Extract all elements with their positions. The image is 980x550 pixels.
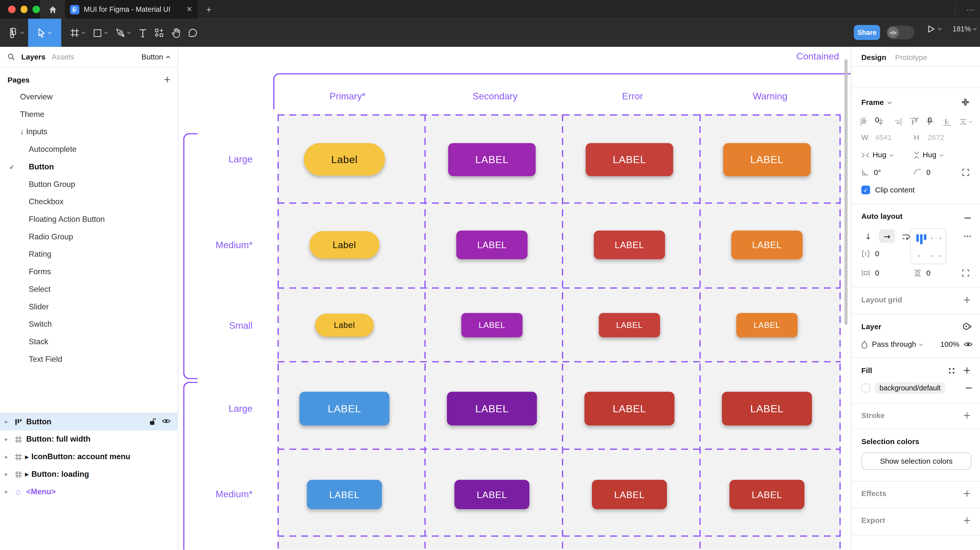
width-field[interactable]: W4541 xyxy=(861,133,892,142)
add-stroke-icon[interactable] xyxy=(963,412,971,419)
blend-mode-dropdown[interactable]: Pass through xyxy=(872,340,923,349)
layer-row-button-full-width[interactable]: ▸Button: full width xyxy=(0,431,178,448)
expand-chevron-icon[interactable]: ▸ xyxy=(5,454,13,460)
add-layout-grid-icon[interactable] xyxy=(963,296,971,304)
instance-toggle-icon[interactable]: ▶ xyxy=(25,454,29,459)
canvas-button-primary-medium-g1[interactable]: Label xyxy=(310,231,380,259)
tab-design[interactable]: Design xyxy=(861,53,886,62)
actions-tool-button[interactable] xyxy=(151,21,167,45)
file-tab[interactable]: MUI for Figma - Material UI ✕ xyxy=(65,0,197,19)
canvas-button-warning-small-g1[interactable]: LABEL xyxy=(736,313,797,337)
page-item-checkbox[interactable]: Checkbox xyxy=(0,193,178,210)
close-window-button[interactable] xyxy=(8,6,15,13)
unlock-icon[interactable] xyxy=(150,418,156,426)
layer-row-button-loading[interactable]: ▸▶Button: loading xyxy=(0,466,178,483)
new-tab-button[interactable]: + xyxy=(201,0,216,19)
canvas-button-secondary-medium-g2[interactable]: LABEL xyxy=(454,480,530,509)
expand-chevron-icon[interactable]: ▸ xyxy=(5,488,13,495)
rotation-field[interactable]: 0° xyxy=(861,168,881,177)
tab-layers[interactable]: Layers xyxy=(21,52,45,61)
tab-assets[interactable]: Assets xyxy=(52,52,74,61)
apply-styles-icon[interactable] xyxy=(948,367,955,374)
canvas-button-secondary-large-g1[interactable]: LABEL xyxy=(448,143,536,176)
canvas-button-warning-medium-g2[interactable]: LABEL xyxy=(729,480,805,509)
canvas[interactable]: Contained Primary*SecondaryErrorWarning … xyxy=(178,47,851,550)
vertical-padding-field[interactable]: 0 xyxy=(914,269,930,278)
main-menu-button[interactable] xyxy=(5,21,28,45)
add-effect-icon[interactable] xyxy=(963,490,971,497)
canvas-button-error-medium-g1[interactable]: LABEL xyxy=(594,230,665,259)
horizontal-sizing-dropdown[interactable]: Hug xyxy=(861,151,894,159)
auto-layout-more-icon[interactable]: ⋯ xyxy=(964,232,972,241)
gap-field[interactable]: 0 xyxy=(861,250,879,258)
canvas-button-secondary-small-g1[interactable]: LABEL xyxy=(461,313,523,337)
canvas-button-error-large-g1[interactable]: LABEL xyxy=(585,143,673,176)
comment-tool-button[interactable] xyxy=(185,21,201,45)
home-tab[interactable] xyxy=(40,0,65,19)
move-tool-button[interactable] xyxy=(28,19,61,47)
present-button[interactable] xyxy=(927,25,942,33)
page-item-rating[interactable]: Rating xyxy=(0,246,178,263)
page-item-forms[interactable]: Forms xyxy=(0,263,178,281)
y-position-field[interactable]: Y0 xyxy=(914,116,932,124)
layer-row--menu-[interactable]: ▸◇<Menu> xyxy=(0,483,178,501)
independent-padding-icon[interactable] xyxy=(962,269,969,277)
more-options-icon[interactable]: ⋯ xyxy=(961,0,980,19)
horizontal-padding-field[interactable]: 0 xyxy=(861,269,879,278)
fill-color-swatch[interactable] xyxy=(861,384,870,393)
add-fill-icon[interactable] xyxy=(963,367,971,374)
distribute-menu[interactable] xyxy=(959,118,973,126)
canvas-button-primary-large-g2[interactable]: LABEL xyxy=(299,392,390,425)
show-selection-colors-button[interactable]: Show selection colors xyxy=(861,452,971,470)
search-icon[interactable] xyxy=(8,53,15,61)
close-tab-icon[interactable]: ✕ xyxy=(186,5,192,14)
layer-row-iconbutton-account-menu[interactable]: ▸▶IconButton: account menu xyxy=(0,448,178,466)
styles-icon[interactable] xyxy=(963,323,972,331)
page-item-overview[interactable]: Overview xyxy=(0,88,178,106)
direction-vertical-button[interactable]: ↓ xyxy=(860,229,876,243)
canvas-button-secondary-medium-g1[interactable]: LABEL xyxy=(457,230,528,259)
canvas-button-error-medium-g2[interactable]: LABEL xyxy=(592,480,667,509)
page-item-button[interactable]: ✓Button xyxy=(0,158,178,176)
add-page-icon[interactable] xyxy=(164,74,170,86)
canvas-button-warning-medium-g1[interactable]: LABEL xyxy=(731,230,802,259)
align-bottom-icon[interactable] xyxy=(942,118,951,126)
text-tool-button[interactable] xyxy=(135,21,151,45)
frame-tool-button[interactable] xyxy=(66,21,89,45)
canvas-button-primary-small-g1[interactable]: Label xyxy=(315,314,374,337)
frame-section-header[interactable]: Frame xyxy=(861,98,892,107)
canvas-button-warning-large-g1[interactable]: LABEL xyxy=(723,143,811,176)
shrink-icon[interactable] xyxy=(961,98,969,106)
hand-tool-button[interactable] xyxy=(167,21,184,45)
add-export-icon[interactable] xyxy=(963,517,971,524)
clip-content-row[interactable]: ✓ Clip content xyxy=(861,186,915,194)
canvas-vertical-scrollbar[interactable] xyxy=(845,59,848,325)
canvas-button-secondary-large-g2[interactable]: LABEL xyxy=(447,392,537,425)
opacity-field[interactable]: 100% xyxy=(940,340,959,349)
direction-horizontal-button[interactable]: → xyxy=(879,229,895,243)
canvas-button-primary-medium-g2[interactable]: LABEL xyxy=(307,480,382,509)
share-button[interactable]: Share xyxy=(854,25,880,40)
instance-toggle-icon[interactable]: ▶ xyxy=(25,472,29,477)
maximize-window-button[interactable] xyxy=(33,6,40,13)
page-item-text-field[interactable]: Text Field xyxy=(0,351,178,368)
page-selector[interactable]: Button xyxy=(141,52,170,61)
eye-icon[interactable] xyxy=(964,341,973,348)
remove-auto-layout-icon[interactable] xyxy=(964,214,972,222)
page-item-switch[interactable]: Switch xyxy=(0,315,178,333)
canvas-button-warning-large-g2[interactable]: LABEL xyxy=(722,392,812,425)
fill-style-chip[interactable]: background/default xyxy=(875,382,945,394)
height-field[interactable]: H2672 xyxy=(914,133,944,142)
page-item-theme[interactable]: Theme xyxy=(0,106,178,123)
canvas-button-error-small-g1[interactable]: LABEL xyxy=(599,313,660,337)
corner-radius-field[interactable]: 0 xyxy=(914,168,930,177)
zoom-menu[interactable]: 181% xyxy=(953,25,977,33)
minimize-window-button[interactable] xyxy=(20,6,28,13)
page-item-radio-group[interactable]: Radio Group xyxy=(0,228,178,246)
independent-corners-icon[interactable] xyxy=(962,168,969,176)
align-right-icon[interactable] xyxy=(893,118,902,126)
canvas-button-error-large-g2[interactable]: LABEL xyxy=(584,392,675,425)
page-item-select[interactable]: Select xyxy=(0,281,178,298)
layer-row-button[interactable]: ▸Button xyxy=(0,413,178,431)
x-position-field[interactable]: X0 xyxy=(861,116,879,124)
